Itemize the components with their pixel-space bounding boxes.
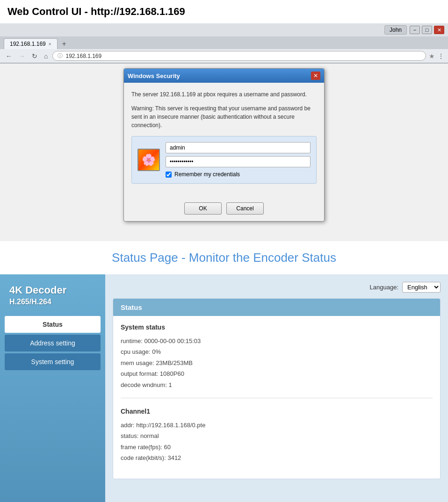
browser-content: Windows Security ✕ The server 192.168.1.… [0,64,448,241]
tab-label: 192.168.1.169 [10,41,46,47]
status-panel-body: System status runtime: 0000-00-00 00:15:… [113,316,440,479]
minimize-button[interactable]: − [410,26,420,34]
user-icon: 🌸 [137,149,160,171]
channel1-framerate-row: frame rate(fps): 60 [121,442,433,452]
maximize-button[interactable]: □ [422,26,432,34]
address-bar: ← → ↻ ⌂ ⓘ 192.168.1.169 ★ ⋮ [0,49,448,63]
url-secure-icon: ⓘ [58,52,63,59]
url-text: 192.168.1.169 [65,53,421,59]
mem-usage-row: mem usage: 23MB/253MB [121,358,433,368]
channel1-coderate-row: code rate(kbit/s): 3412 [121,452,433,463]
system-status-section: System status runtime: 0000-00-00 00:15:… [121,323,433,398]
dialog-fields: Remember my credentials [166,142,311,178]
sidebar-item-status[interactable]: Status [5,316,101,333]
window-controls: − □ ✕ [410,26,444,34]
dialog-buttons: OK Cancel [124,199,324,221]
sidebar-nav: Status Address setting System setting [5,316,101,370]
menu-button[interactable]: ⋮ [438,52,444,60]
language-select[interactable]: English Chinese [402,282,441,293]
runtime-row: runtime: 0000-00-00 00:15:03 [121,336,433,346]
password-input[interactable] [166,156,311,167]
sidebar-item-address[interactable]: Address setting [5,335,101,351]
forward-button[interactable]: → [17,51,27,61]
remember-checkbox[interactable] [166,172,172,178]
logo-line1: 4K Decoder [9,284,96,297]
tab-bar: 192.168.1.169 × + [0,36,448,49]
new-tab-button[interactable]: + [59,39,69,49]
tab-close-icon[interactable]: × [49,42,51,47]
browser-top-bar: John − □ ✕ [0,23,448,36]
user-button[interactable]: John [384,25,407,35]
sidebar: 4K Decoder H.265/H.264 Status Address se… [0,274,105,502]
channel1-addr-row: addr: http://192.168.1.168/0.pte [121,420,433,430]
output-format-row: output format: 1080P60 [121,368,433,379]
cpu-usage-row: cpu usage: 0% [121,346,433,357]
url-bar[interactable]: ⓘ 192.168.1.169 [52,51,426,61]
system-status-title: System status [121,323,433,331]
sidebar-item-system[interactable]: System setting [5,353,101,370]
browser-chrome: John − □ ✕ 192.168.1.169 × + ← → ↻ ⌂ ⓘ 1… [0,23,448,64]
dialog-close-button[interactable]: ✕ [311,72,320,80]
dialog-overlay: Windows Security ✕ The server 192.168.1.… [0,64,448,241]
dialog-titlebar: Windows Security ✕ [124,69,324,83]
channel1-section: Channel1 addr: http://192.168.1.168/0.pt… [121,408,433,471]
dialog-body: The server 192.168.1.169 at pbox require… [124,83,324,199]
username-input[interactable] [166,142,311,153]
channel1-status-row: status: normal [121,430,433,441]
ok-button[interactable]: OK [184,202,222,215]
close-button[interactable]: ✕ [434,26,444,34]
dialog-message: The server 192.168.1.169 at pbox require… [131,90,317,99]
refresh-button[interactable]: ↻ [30,51,39,61]
back-button[interactable]: ← [4,51,14,61]
language-row: Language: English Chinese [113,282,441,293]
status-panel-header: Status [113,299,440,316]
status-panel: Status System status runtime: 0000-00-00… [113,298,441,479]
decode-wndnum-row: decode wndnum: 1 [121,380,433,390]
active-tab[interactable]: 192.168.1.169 × [4,38,58,49]
channel1-title: Channel1 [121,408,433,415]
remember-checkbox-row: Remember my credentials [166,171,311,178]
logo-line2: H.265/H.264 [9,297,96,307]
windows-security-dialog: Windows Security ✕ The server 192.168.1.… [123,68,325,222]
cancel-button[interactable]: Cancel [226,202,264,215]
remember-label: Remember my credentials [174,171,240,178]
dialog-title: Windows Security [128,72,180,79]
home-button[interactable]: ⌂ [42,51,50,61]
sidebar-logo: 4K Decoder H.265/H.264 [5,284,101,316]
dialog-warning: Warning: This server is requesting that … [131,104,317,129]
app-layout: 4K Decoder H.265/H.264 Status Address se… [0,274,448,502]
credentials-area: 🌸 Remember my credentials [131,136,317,184]
window-title: Web Control UI - http://192.168.1.169 [0,0,448,23]
main-content: Language: English Chinese Status System … [105,274,448,502]
language-label: Language: [370,284,398,291]
bookmark-button[interactable]: ★ [429,52,435,60]
page-heading: Status Page - Monitor the Encoder Status [0,241,448,274]
